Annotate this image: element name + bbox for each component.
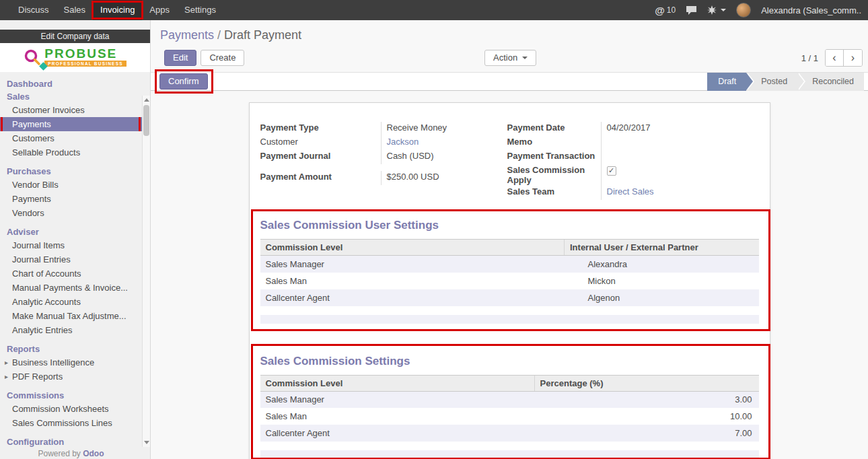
sidebar-item-journal-items[interactable]: Journal Items <box>0 238 150 252</box>
payment-form: Payment Type Receive Money Customer Jack… <box>260 122 759 200</box>
payment-date-label: Payment Date <box>507 122 602 136</box>
sidebar-item-commission-worksheets[interactable]: Commission Worksheets <box>0 402 150 416</box>
topbar: Discuss Sales Invoicing Apps Settings @ … <box>0 0 868 20</box>
powered-by: Powered by Odoo <box>0 449 142 458</box>
table-row[interactable]: Sales Man 10.00 <box>260 408 759 425</box>
cell-level: Sales Man <box>260 273 565 289</box>
sidebar-header-sales[interactable]: Sales <box>0 90 150 103</box>
empty-row <box>260 315 759 324</box>
action-dropdown[interactable]: Action <box>484 50 536 66</box>
payment-type-value: Receive Money <box>382 122 502 136</box>
scroll-down-icon[interactable] <box>144 441 149 444</box>
sidebar-item-customer-invoices[interactable]: Customer Invoices <box>0 103 150 117</box>
sidebar-header-commissions[interactable]: Commissions <box>0 389 150 402</box>
commission-settings-title: Sales Commission Settings <box>260 355 759 368</box>
menu-apps[interactable]: Apps <box>142 0 177 20</box>
edit-company-button[interactable]: Edit Company data <box>0 30 150 43</box>
confirm-button[interactable]: Confirm <box>159 73 208 90</box>
payment-amount-label: Payment Amount <box>260 171 382 185</box>
sidebar-item-pdf-reports[interactable]: ▸ PDF Reports <box>0 369 150 384</box>
cell-user: Algenon <box>565 289 759 306</box>
payment-form-sheet: Payment Type Receive Money Customer Jack… <box>249 102 770 459</box>
breadcrumb-current: Draft Payment <box>224 28 301 42</box>
sidebar-item-payments-label: Payments <box>12 119 51 129</box>
cell-user: Mickon <box>565 273 759 289</box>
table-row[interactable]: Sales Man Mickon <box>260 273 759 289</box>
menu-invoicing-label: Invoicing <box>100 5 135 15</box>
debug-icon[interactable] <box>707 5 726 15</box>
scroll-up-icon[interactable] <box>144 98 149 102</box>
column-commission-level[interactable]: Commission Level <box>260 375 535 391</box>
sidebar-item-analytic-accounts[interactable]: Analytic Accounts <box>0 295 150 309</box>
check-icon: ✓ <box>608 166 614 175</box>
menu-sales[interactable]: Sales <box>57 0 94 20</box>
breadcrumb-payments[interactable]: Payments <box>160 28 214 42</box>
sidebar-item-pdf-label: PDF Reports <box>12 372 63 382</box>
user-settings-table: Commission Level Internal User / Externa… <box>260 239 759 324</box>
table-row[interactable]: Callcenter Agent Algenon <box>260 289 759 306</box>
menu-discuss[interactable]: Discuss <box>11 0 57 20</box>
menu-invoicing[interactable]: Invoicing <box>93 0 142 20</box>
mentions-icon[interactable]: @ 10 <box>655 5 676 16</box>
sidebar-header-configuration[interactable]: Configuration <box>0 435 150 448</box>
column-internal-user[interactable]: Internal User / External Partner <box>565 240 759 256</box>
sidebar-header-dashboard[interactable]: Dashboard <box>0 77 150 90</box>
sidebar-item-manual-payments[interactable]: Manual Payments & Invoice... <box>0 281 150 295</box>
status-step-draft[interactable]: Draft <box>707 73 746 91</box>
cell-level: Sales Man <box>260 408 535 425</box>
scrollbar-thumb[interactable] <box>143 105 149 136</box>
user-menu[interactable]: Alexandra (Sales_comm.. <box>761 5 861 15</box>
caret-down-icon <box>522 57 528 59</box>
sidebar-scrollbar[interactable] <box>142 96 150 447</box>
logo-title: PROBUSE <box>44 47 117 61</box>
sidebar-header-purchases[interactable]: Purchases <box>0 165 150 178</box>
sidebar-item-analytic-entries[interactable]: Analytic Entries <box>0 323 150 337</box>
sidebar-item-vendor-bills[interactable]: Vendor Bills <box>0 178 150 192</box>
sidebar-item-sales-commissions-lines[interactable]: Sales Commissions Lines <box>0 416 150 430</box>
edit-button[interactable]: Edit <box>164 50 196 66</box>
sidebar-item-manual-tax-adjustment[interactable]: Make Manual Tax Adjustme... <box>0 309 150 323</box>
action-label: Action <box>493 52 517 63</box>
pager-next-button[interactable]: › <box>844 50 862 66</box>
odoo-link[interactable]: Odoo <box>83 449 104 458</box>
chat-icon[interactable] <box>686 5 697 15</box>
sidebar-header-reports[interactable]: Reports <box>0 343 150 355</box>
sales-commission-settings-section: Sales Commission Settings Commission Lev… <box>260 355 759 459</box>
sidebar-item-journal-entries[interactable]: Journal Entries <box>0 252 150 267</box>
payment-date-value: 04/20/2017 <box>602 122 759 136</box>
empty-row <box>260 442 759 450</box>
sidebar-item-vendors[interactable]: Vendors <box>0 206 150 220</box>
status-step-reconciled[interactable]: Reconciled <box>797 73 864 91</box>
pager-previous-button[interactable]: ‹ <box>826 50 844 66</box>
cell-percentage: 3.00 <box>534 391 758 408</box>
sidebar-item-business-intelligence[interactable]: ▸ Business Intelligence <box>0 355 150 369</box>
table-row[interactable]: Sales Manager Alexandra <box>260 256 759 273</box>
customer-link[interactable]: Jackson <box>387 137 419 147</box>
menu-settings[interactable]: Settings <box>177 0 223 20</box>
payment-transaction-value <box>602 150 759 164</box>
sidebar-header-adviser[interactable]: Adviser <box>0 225 150 238</box>
sales-team-link[interactable]: Direct Sales <box>607 186 654 197</box>
table-row[interactable]: Sales Manager 3.00 <box>260 391 759 408</box>
customer-label: Customer <box>260 136 382 150</box>
sidebar-item-customers[interactable]: Customers <box>0 131 150 145</box>
payment-journal-value: Cash (USD) <box>382 150 502 164</box>
sidebar-item-payments-purchases[interactable]: Payments <box>0 192 150 206</box>
sidebar-item-payments-sales[interactable]: Payments <box>0 117 150 131</box>
avatar[interactable] <box>736 3 751 17</box>
column-commission-level[interactable]: Commission Level <box>260 240 565 256</box>
cell-level: Callcenter Agent <box>260 289 565 306</box>
create-button[interactable]: Create <box>201 50 244 66</box>
column-percentage[interactable]: Percentage (%) <box>534 375 758 391</box>
table-row[interactable]: Callcenter Agent 7.00 <box>260 425 759 442</box>
sidebar-item-bi-label: Business Intelligence <box>12 357 94 367</box>
content-area: Payment Type Receive Money Customer Jack… <box>151 91 868 459</box>
table-header-row: Commission Level Percentage (%) <box>260 375 759 391</box>
memo-value <box>602 136 759 150</box>
sales-commission-apply-checkbox[interactable]: ✓ <box>607 166 616 176</box>
commission-settings-table: Commission Level Percentage (%) Sales Ma… <box>260 375 759 459</box>
at-glyph: @ <box>655 5 665 16</box>
sidebar-item-sellable-products[interactable]: Sellable Products <box>0 145 150 160</box>
logo-subtitle: PROFESSIONAL BUSINESS <box>44 61 126 67</box>
sidebar-item-chart-of-accounts[interactable]: Chart of Accounts <box>0 267 150 281</box>
